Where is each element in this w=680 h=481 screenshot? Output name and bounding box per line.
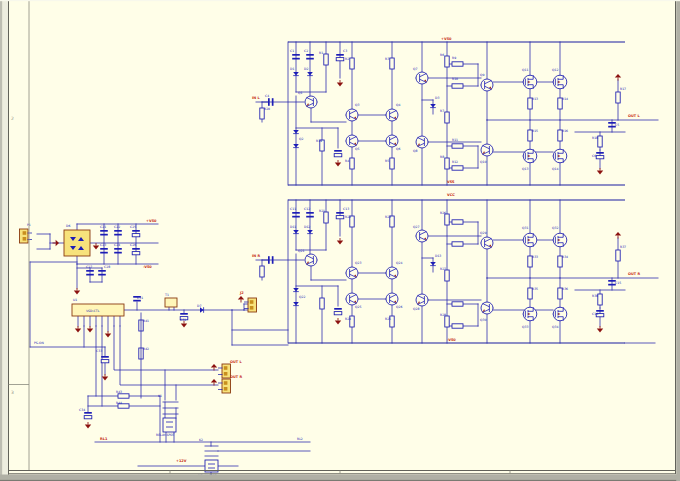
schematic-label: R6	[440, 53, 444, 57]
relay-coil[interactable]	[163, 418, 176, 432]
schematic-label: C1	[290, 49, 294, 53]
schematic-label: RELAY-SPDT	[156, 433, 175, 437]
schematic-label: Q27	[413, 225, 419, 229]
schematic-label: R23	[385, 215, 391, 219]
schematic-label: R35	[532, 287, 538, 291]
schematic-label: Q8	[413, 149, 417, 153]
schematic-label: Q1	[298, 91, 302, 95]
schematic-label: C11	[290, 207, 296, 211]
schematic-label: Q13	[522, 167, 528, 171]
schematic-label: R43	[116, 390, 122, 394]
schematic-canvas[interactable]: +V50VSSOUT LIN LC1C2D1D2R1C3Q1Q3Q4Q5Q6Q2…	[0, 0, 680, 481]
schematic-label: RL1	[100, 437, 108, 441]
schematic-label: D7	[197, 304, 201, 308]
schematic-label: C28	[104, 265, 110, 269]
schematic-label: C22	[114, 225, 120, 229]
schematic-label: +12V	[176, 459, 187, 463]
schematic-label: R37	[620, 245, 626, 249]
schematic-label: OUT R	[230, 375, 242, 379]
schematic-label: R41	[143, 319, 149, 323]
schematic-label: VSD-CTL	[86, 309, 100, 313]
schematic-label: Q33	[522, 325, 528, 329]
schematic-label: Q3	[355, 103, 359, 107]
schematic-label: D1	[290, 67, 294, 71]
schematic-label: U1	[73, 298, 77, 302]
schematic-label: OUT L	[230, 360, 242, 364]
small-part[interactable]	[165, 298, 177, 307]
schematic-label: 3	[11, 390, 14, 395]
schematic-label: Q12	[552, 68, 558, 72]
schematic-label: R4	[345, 159, 349, 163]
schematic-label: C32	[180, 318, 186, 322]
resistor[interactable]	[118, 394, 129, 398]
schematic-label: R44	[116, 401, 122, 405]
schematic-label: C15	[615, 281, 621, 285]
schematic-label: R20	[264, 107, 270, 111]
schematic-label: R17	[620, 87, 626, 91]
schematic-label: C33	[96, 349, 102, 353]
schematic-label: +V50	[146, 219, 157, 223]
schematic-label: R13	[532, 97, 538, 101]
schematic-label: D12	[304, 225, 310, 229]
schematic-label: 2	[11, 116, 14, 121]
schematic-label: K2	[199, 438, 203, 442]
schematic-label: D3	[435, 96, 439, 100]
schematic-label: R42	[143, 347, 149, 351]
schematic-label: R10	[452, 77, 458, 81]
schematic-label: R34	[562, 255, 568, 259]
schematic-label: Q2	[299, 137, 303, 141]
schematic-label: Q29	[480, 231, 486, 235]
schematic-window: +V50VSSOUT LIN LC1C2D1D2R1C3Q1Q3Q4Q5Q6Q2…	[0, 0, 680, 481]
schematic-label: R7	[440, 109, 444, 113]
schematic-label: VCC	[447, 193, 455, 197]
schematic-label: Q11	[522, 68, 528, 72]
electrolytic-capacitor[interactable]	[84, 412, 92, 419]
schematic-label: R28	[440, 313, 446, 317]
schematic-label: C12	[304, 207, 310, 211]
schematic-label: RL2	[297, 437, 303, 441]
schematic-label: R19	[316, 139, 322, 143]
schematic-label: R36	[562, 287, 568, 291]
schematic-label: C4	[265, 94, 269, 98]
schematic-label: R22	[345, 215, 351, 219]
schematic-label: Q9	[480, 73, 484, 77]
schematic-label: Q4	[396, 103, 400, 107]
bridge-rectifier[interactable]	[64, 230, 90, 256]
electrolytic-capacitor[interactable]	[132, 230, 140, 237]
schematic-label: K1	[158, 394, 162, 398]
schematic-label: PS-ON	[34, 341, 44, 345]
schematic-label: IN R	[252, 254, 260, 258]
schematic-label: Q31	[522, 226, 528, 230]
schematic-label: R18	[592, 136, 598, 140]
schematic-label: OUT L	[628, 114, 640, 118]
schematic-label: R16	[562, 129, 568, 133]
schematic-label: C21	[100, 225, 106, 229]
schematic-label: R27	[440, 267, 446, 271]
schematic-label: C31	[137, 296, 143, 300]
schematic-label: C25	[130, 225, 136, 229]
schematic-label: Q24	[396, 261, 402, 265]
schematic-label: IN L	[252, 96, 260, 100]
schematic-label: D6	[66, 224, 70, 228]
schematic-label: D11	[290, 225, 296, 229]
electrolytic-capacitor[interactable]	[101, 356, 109, 363]
electrolytic-capacitor[interactable]	[132, 248, 140, 255]
schematic-label: R11	[452, 138, 458, 142]
schematic-label: R3	[385, 57, 389, 61]
schematic-label: C26	[130, 243, 136, 247]
schematic-label: T1	[164, 293, 169, 297]
schematic-label: C3	[343, 49, 347, 53]
schematic-label: R12	[452, 160, 458, 164]
schematic-label: OUT R	[628, 272, 640, 276]
schematic-label: C2	[304, 49, 308, 53]
schematic-label: C5	[615, 123, 619, 127]
schematic-label: Q10	[480, 160, 486, 164]
schematic-label: D13	[435, 254, 441, 258]
schematic-label: -V50	[143, 265, 152, 269]
schematic-label: C6	[592, 154, 596, 158]
schematic-label: D2	[304, 67, 308, 71]
schematic-label: R15	[532, 129, 538, 133]
schematic-label: +V50	[441, 37, 452, 41]
schematic-label: R38	[592, 294, 598, 298]
schematic-label: R9	[452, 56, 456, 60]
